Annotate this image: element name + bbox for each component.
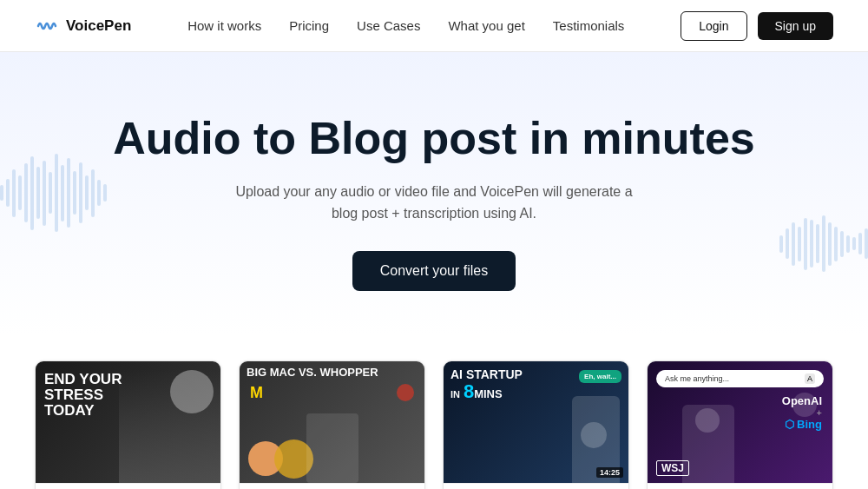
logo[interactable]: VoicePen bbox=[35, 14, 131, 38]
card-1-audio-bar: ▶ 0:00 / 0:00 🔊 bbox=[36, 483, 220, 489]
card-2-audio-bar: ▶ 0:00 / 0:00 🔊 bbox=[240, 483, 424, 489]
login-button[interactable]: Login bbox=[681, 11, 746, 41]
hero-subtitle: Upload your any audio or video file and … bbox=[226, 181, 642, 225]
card-4-thumbnail: Ask me anything... A OpenAI + ⬡ Bing WSJ bbox=[648, 361, 832, 483]
nav-testimonials[interactable]: Testimonials bbox=[553, 18, 625, 33]
logo-text: VoicePen bbox=[66, 17, 131, 35]
convert-button[interactable]: Convert your files bbox=[352, 251, 516, 291]
audio-card-4: Ask me anything... A OpenAI + ⬡ Bing WSJ bbox=[647, 360, 833, 489]
cards-section: END YOURSTRESSTODAY ▶ 0:00 / 0:00 🔊 Try … bbox=[0, 334, 868, 489]
hero-title: Audio to Blog post in minutes bbox=[17, 113, 851, 165]
signup-button[interactable]: Sign up bbox=[758, 12, 833, 40]
audio-card-2: BIG MAC VS. WHOPPER M ▶ 0:00 / 0:00 🔊 Tr… bbox=[239, 360, 425, 489]
hero-section: Audio to Blog post in minutes Upload you… bbox=[0, 52, 868, 334]
card-3-audio-bar: ▶ 0:00 / 0:00 🔊 bbox=[444, 483, 628, 489]
nav-how-it-works[interactable]: How it works bbox=[187, 18, 261, 33]
nav-use-cases[interactable]: Use Cases bbox=[357, 18, 420, 33]
audio-card-1: END YOURSTRESSTODAY ▶ 0:00 / 0:00 🔊 Try … bbox=[35, 360, 221, 489]
card-3-thumbnail: AI STARTUPIn 8mins Eh, wait... 14:25 bbox=[444, 361, 628, 483]
card-1-thumbnail: END YOURSTRESSTODAY bbox=[36, 361, 220, 483]
navbar: VoicePen How it works Pricing Use Cases … bbox=[0, 0, 868, 52]
nav-pricing[interactable]: Pricing bbox=[289, 18, 329, 33]
card-4-audio-bar: ▶ 0:00 / 0:00 🔊 bbox=[648, 483, 832, 489]
waveform-right bbox=[779, 214, 868, 274]
nav-links: How it works Pricing Use Cases What you … bbox=[187, 18, 624, 33]
audio-card-3: AI STARTUPIn 8mins Eh, wait... 14:25 ▶ 0… bbox=[443, 360, 629, 489]
cards-grid: END YOURSTRESSTODAY ▶ 0:00 / 0:00 🔊 Try … bbox=[35, 360, 833, 489]
logo-icon bbox=[35, 14, 59, 38]
nav-what-you-get[interactable]: What you get bbox=[448, 18, 524, 33]
nav-actions: Login Sign up bbox=[681, 11, 833, 41]
card-2-thumbnail: BIG MAC VS. WHOPPER M bbox=[240, 361, 424, 483]
